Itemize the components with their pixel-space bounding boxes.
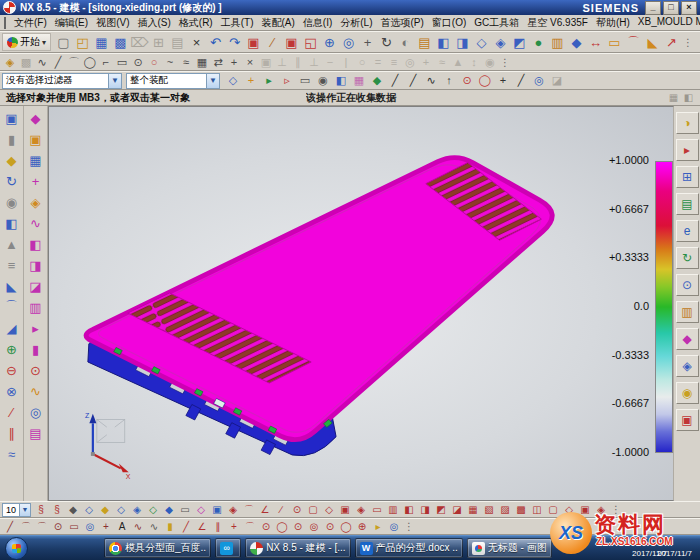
parting-line-icon[interactable]: ∿ (26, 213, 46, 233)
rib-icon[interactable]: ≡ (2, 255, 22, 275)
toolbar-overflow-icon[interactable]: ⋮ (404, 521, 414, 532)
open-file-icon[interactable]: ◰ (73, 34, 92, 51)
deviation-icon[interactable]: ↗ (662, 34, 681, 51)
zoom-window-icon[interactable]: ◱ (301, 34, 320, 51)
core-cavity-icon[interactable]: ◨ (26, 255, 46, 275)
graphics-viewport[interactable]: X Z +1.0000+0.6667+0.33330.0-0.3333-0.66… (48, 106, 674, 501)
replace-face-icon[interactable]: ◈ (129, 503, 145, 516)
equal-length-icon[interactable]: = (370, 55, 386, 69)
datum-axis-icon[interactable]: ∕ (273, 503, 289, 516)
menu-item[interactable]: 星空 V6.935F (523, 16, 592, 30)
internet-explorer-icon[interactable]: e (676, 220, 699, 242)
rotate-view-icon[interactable]: ↻ (377, 34, 396, 51)
uniform-scale-icon[interactable]: ↕ (466, 55, 482, 69)
chamfer-icon[interactable]: ◢ (2, 318, 22, 338)
electrode-icon[interactable]: ▮ (26, 339, 46, 359)
measure-ruler-icon[interactable]: ▭ (605, 34, 624, 51)
zoom-cube-icon[interactable]: ▨ (497, 503, 513, 516)
studio-view-icon[interactable]: ◩ (510, 34, 529, 51)
fillet-icon[interactable]: ⌐ (98, 55, 114, 69)
parting-surface-icon[interactable]: ◧ (26, 234, 46, 254)
pan-cube-icon[interactable]: ▧ (481, 503, 497, 516)
edge-filter-icon[interactable]: ╱ (386, 74, 404, 88)
taskbar-item-netdisk[interactable]: ∞ (215, 538, 241, 558)
arrow-curve-icon[interactable]: ▸ (370, 520, 386, 533)
spiral-curve-icon[interactable]: § (33, 503, 49, 516)
copy-icon[interactable]: ⊞ (149, 34, 168, 51)
point-set-icon[interactable]: ⊙ (289, 503, 305, 516)
history-icon[interactable]: ⊙ (676, 274, 699, 296)
magnify-icon[interactable]: ◎ (339, 34, 358, 51)
draft-analysis-icon[interactable]: ◣ (643, 34, 662, 51)
sew-icon[interactable]: ≈ (2, 444, 22, 464)
fixed-constraint-icon[interactable]: ▲ (450, 55, 466, 69)
line-curve-icon[interactable]: ╱ (2, 520, 18, 533)
part-model[interactable] (86, 158, 552, 440)
move-face-icon[interactable]: ◇ (81, 503, 97, 516)
taskbar-item-wps[interactable]: W 产品的分型.docx .. (355, 538, 463, 558)
group-face-icon[interactable]: ◇ (193, 503, 209, 516)
cube-display-icon[interactable]: ◆ (65, 503, 81, 516)
draft-icon[interactable]: ◣ (2, 276, 22, 296)
layer-settings-icon[interactable]: ▤ (415, 34, 434, 51)
toolbar-overflow-icon[interactable]: ⋮ (683, 37, 693, 48)
workpiece-icon[interactable]: ▣ (26, 129, 46, 149)
quick-trim-icon[interactable]: × (242, 55, 258, 69)
gate-icon[interactable]: ⊙ (26, 360, 46, 380)
edit-section-icon[interactable]: ◈ (225, 503, 241, 516)
insert-icon[interactable]: ▥ (26, 297, 46, 317)
menu-item[interactable]: 分析(L) (336, 16, 376, 30)
assembly-navigator-icon[interactable]: ▸ (676, 139, 699, 161)
select-next-icon[interactable]: ▸ (260, 74, 278, 88)
arc-curve-icon[interactable]: ⌒ (18, 520, 34, 533)
angled-line-icon[interactable]: ∠ (257, 503, 273, 516)
rectangle-icon[interactable]: ▭ (114, 55, 130, 69)
spin-cube-icon[interactable]: ▩ (513, 503, 529, 516)
symmetric-icon[interactable]: ≈ (434, 55, 450, 69)
menu-item[interactable]: 视图(V) (92, 16, 133, 30)
block-icon[interactable]: ▣ (2, 108, 22, 128)
circle1-icon[interactable]: ⊙ (258, 520, 274, 533)
midpoint-icon[interactable]: + (418, 55, 434, 69)
curve-filter-icon[interactable]: ╱ (404, 74, 422, 88)
pattern-curve-icon[interactable]: ▦ (194, 55, 210, 69)
arc-icon[interactable]: ⌒ (66, 55, 82, 69)
show-constraints-icon[interactable]: ⊥ (274, 55, 290, 69)
render-style-icon[interactable]: ◐ (396, 34, 415, 51)
intersect-icon[interactable]: ⊗ (2, 381, 22, 401)
globe-filter-icon[interactable]: ◎ (530, 74, 548, 88)
sketch-view-icon[interactable]: ▢ (305, 503, 321, 516)
menu-item[interactable]: GC工具箱 (470, 16, 523, 30)
vertical-constraint-icon[interactable]: | (338, 55, 354, 69)
slider-lifter-icon[interactable]: ▸ (26, 318, 46, 338)
section-curve-icon[interactable]: ⌒ (241, 503, 257, 516)
circle-icon[interactable]: ◯ (82, 55, 98, 69)
point-icon[interactable]: ⊙ (130, 55, 146, 69)
mold-wizard-icon[interactable]: ◆ (26, 108, 46, 128)
helix-icon[interactable]: § (49, 503, 65, 516)
concentric-icon[interactable]: ◎ (402, 55, 418, 69)
save-as-icon[interactable]: ▩ (111, 34, 130, 51)
back-view-icon[interactable]: ◧ (401, 503, 417, 516)
plus-filter-icon[interactable]: + (494, 74, 512, 88)
menu-item[interactable]: 文件(F) (10, 16, 51, 30)
shrinkage-icon[interactable]: ◈ (26, 192, 46, 212)
snap-point-icon[interactable]: ◇ (224, 74, 242, 88)
line-icon[interactable]: ╱ (50, 55, 66, 69)
pen-display-icon[interactable]: ∕ (263, 34, 282, 51)
shaded-edges-icon[interactable]: ◨ (453, 34, 472, 51)
shell-icon[interactable]: ◧ (2, 213, 22, 233)
save-icon[interactable]: ▦ (92, 34, 111, 51)
cylinder-icon[interactable]: ▮ (2, 129, 22, 149)
cross-dim-icon[interactable]: + (226, 520, 242, 533)
toolbar-overflow-icon[interactable]: ⋮ (500, 57, 510, 68)
face-filter-icon[interactable]: ◆ (368, 74, 386, 88)
pull-face-icon[interactable]: ◆ (97, 503, 113, 516)
menu-item[interactable]: 首选项(P) (377, 16, 428, 30)
maximize-button[interactable]: □ (663, 1, 679, 15)
boss-icon[interactable]: ▲ (2, 234, 22, 254)
fit-window-icon[interactable]: ▣ (282, 34, 301, 51)
resize-blend-icon[interactable]: ◇ (145, 503, 161, 516)
roles-icon[interactable]: ◑ (676, 112, 699, 134)
circle2-icon[interactable]: ◯ (274, 520, 290, 533)
